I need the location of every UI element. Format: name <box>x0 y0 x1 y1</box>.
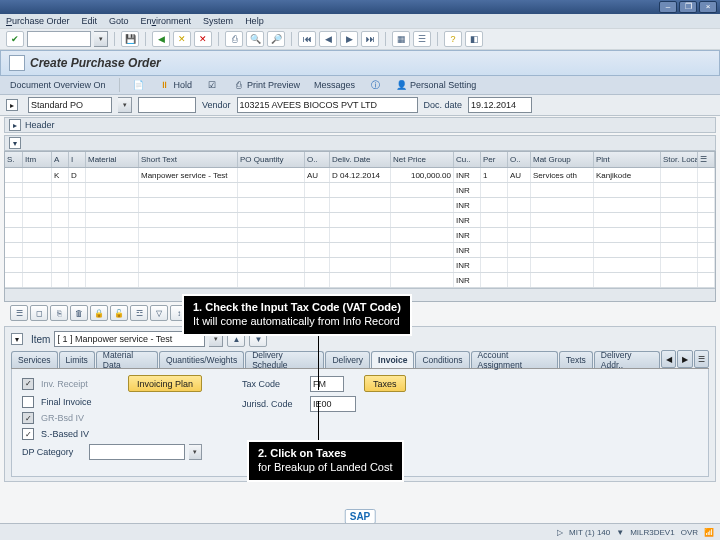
inv-receipt-checkbox[interactable]: ✓ <box>22 378 34 390</box>
status-triangle-icon[interactable]: ▷ <box>557 528 563 537</box>
order-type-dropdown[interactable]: ▾ <box>118 97 132 113</box>
enter-icon[interactable]: ✔ <box>6 31 24 47</box>
tab-material-data[interactable]: Material Data <box>96 351 158 368</box>
maximize-button[interactable]: ❐ <box>679 1 697 13</box>
exit-icon[interactable]: ✕ <box>173 31 191 47</box>
next-page-icon[interactable]: ▶ <box>340 31 358 47</box>
col-net-price[interactable]: Net Price <box>391 152 454 167</box>
shortcut-icon[interactable]: ☰ <box>413 31 431 47</box>
col-plant[interactable]: Plnt <box>594 152 661 167</box>
jurisd-code-field[interactable]: IE00 <box>310 396 356 412</box>
col-acct[interactable]: A <box>52 152 69 167</box>
doc-date-field[interactable]: 19.12.2014 <box>468 97 532 113</box>
final-invoice-checkbox[interactable] <box>22 396 34 408</box>
grid-row-empty[interactable]: INR <box>5 243 715 258</box>
personal-setting-button[interactable]: 👤Personal Setting <box>391 77 480 93</box>
tab-conditions[interactable]: Conditions <box>415 351 469 368</box>
back-icon[interactable]: ◀ <box>152 31 170 47</box>
first-page-icon[interactable]: ⏮ <box>298 31 316 47</box>
minimize-button[interactable]: – <box>659 1 677 13</box>
grid-row-1[interactable]: K D Manpower service - Test AU D 04.12.2… <box>5 168 715 183</box>
menu-goto[interactable]: Goto <box>109 16 129 26</box>
select-all-icon[interactable]: ☰ <box>10 305 28 321</box>
tab-account-assignment[interactable]: Account Assignment <box>471 351 558 368</box>
col-material[interactable]: Material <box>86 152 139 167</box>
tab-invoice[interactable]: Invoice <box>371 351 414 368</box>
create-icon[interactable]: 📄 <box>129 77 149 93</box>
deselect-icon[interactable]: ◻ <box>30 305 48 321</box>
expand-header-icon[interactable]: ▸ <box>9 119 21 131</box>
tab-texts[interactable]: Texts <box>559 351 593 368</box>
dp-category-field[interactable] <box>89 444 185 460</box>
grid-row-empty[interactable]: INR <box>5 273 715 288</box>
unlock-icon[interactable]: 🔓 <box>110 305 128 321</box>
col-per[interactable]: Per <box>481 152 508 167</box>
lock-icon[interactable]: 🔒 <box>90 305 108 321</box>
check-icon[interactable]: ☑ <box>202 77 222 93</box>
col-status[interactable]: S. <box>5 152 23 167</box>
menu-help[interactable]: Help <box>245 16 264 26</box>
messages-button[interactable]: Messages <box>310 77 359 93</box>
vendor-field[interactable]: 103215 AVEES BIOCOS PVT LTD <box>237 97 418 113</box>
tab-scroll-left-icon[interactable]: ◀ <box>661 350 676 368</box>
col-qty[interactable]: PO Quantity <box>238 152 305 167</box>
menu-system[interactable]: System <box>203 16 233 26</box>
tab-delivery-schedule[interactable]: Delivery Schedule <box>245 351 324 368</box>
grid-row-empty[interactable]: INR <box>5 183 715 198</box>
gr-based-iv-checkbox[interactable]: ✓ <box>22 412 34 424</box>
print-icon[interactable]: ⎙ <box>225 31 243 47</box>
col-deliv-date[interactable]: Deliv. Date <box>330 152 391 167</box>
srv-based-iv-checkbox[interactable]: ✓ <box>22 428 34 440</box>
close-button[interactable]: × <box>699 1 717 13</box>
menu-environment[interactable]: Environment <box>141 16 192 26</box>
filter-icon[interactable]: ▽ <box>150 305 168 321</box>
dp-category-dropdown[interactable]: ▾ <box>189 444 202 460</box>
po-number-field[interactable] <box>138 97 196 113</box>
grid-row-empty[interactable]: INR <box>5 228 715 243</box>
tab-services[interactable]: Services <box>11 351 58 368</box>
item-overview-section[interactable]: ▾ <box>4 135 716 151</box>
expand-doctype-icon[interactable]: ▸ <box>6 99 18 111</box>
header-section[interactable]: ▸ Header <box>4 117 716 133</box>
collapse-item-detail-icon[interactable]: ▾ <box>11 333 23 345</box>
cancel-icon[interactable]: ✕ <box>194 31 212 47</box>
command-dropdown[interactable]: ▾ <box>94 31 108 47</box>
grid-row-empty[interactable]: INR <box>5 198 715 213</box>
layout-icon[interactable]: ◧ <box>465 31 483 47</box>
print-preview-button[interactable]: ⎙Print Preview <box>228 77 304 93</box>
detail-icon[interactable]: ☲ <box>130 305 148 321</box>
help-icon[interactable]: ? <box>444 31 462 47</box>
col-currency[interactable]: Cu.. <box>454 152 481 167</box>
menu-edit[interactable]: Edit <box>82 16 98 26</box>
col-item[interactable]: Itm <box>23 152 52 167</box>
tab-list-icon[interactable]: ☰ <box>694 350 709 368</box>
grid-row-empty[interactable]: INR <box>5 213 715 228</box>
tax-code-field[interactable]: FM <box>310 376 344 392</box>
col-oun[interactable]: O.. <box>305 152 330 167</box>
col-itemcat[interactable]: I <box>69 152 86 167</box>
last-page-icon[interactable]: ⏭ <box>361 31 379 47</box>
prev-page-icon[interactable]: ◀ <box>319 31 337 47</box>
tab-limits[interactable]: Limits <box>59 351 95 368</box>
tab-delivery[interactable]: Delivery <box>325 351 370 368</box>
find-icon[interactable]: 🔍 <box>246 31 264 47</box>
menu-purchase-order[interactable]: PPurchase Orderurchase Order <box>6 16 70 26</box>
grid-row-empty[interactable]: INR <box>5 258 715 273</box>
tab-delivery-addr[interactable]: Delivery Addr.. <box>594 351 660 368</box>
invoicing-plan-button[interactable]: Invoicing Plan <box>128 375 202 392</box>
doc-overview-button[interactable]: Document Overview On <box>6 77 110 93</box>
create-session-icon[interactable]: ▦ <box>392 31 410 47</box>
collapse-item-icon[interactable]: ▾ <box>9 137 21 149</box>
find-next-icon[interactable]: 🔎 <box>267 31 285 47</box>
order-type-field[interactable]: Standard PO <box>28 97 112 113</box>
delete-icon[interactable]: 🗑 <box>70 305 88 321</box>
col-opu[interactable]: O.. <box>508 152 531 167</box>
save-icon[interactable]: 💾 <box>121 31 139 47</box>
col-matgroup[interactable]: Mat Group <box>531 152 594 167</box>
tab-scroll-right-icon[interactable]: ▶ <box>677 350 692 368</box>
command-field[interactable] <box>27 31 91 47</box>
tab-quantities[interactable]: Quantities/Weights <box>159 351 244 368</box>
col-config[interactable]: ☰ <box>698 152 715 167</box>
copy-icon[interactable]: ⎘ <box>50 305 68 321</box>
info-icon[interactable]: ⓘ <box>365 77 385 93</box>
